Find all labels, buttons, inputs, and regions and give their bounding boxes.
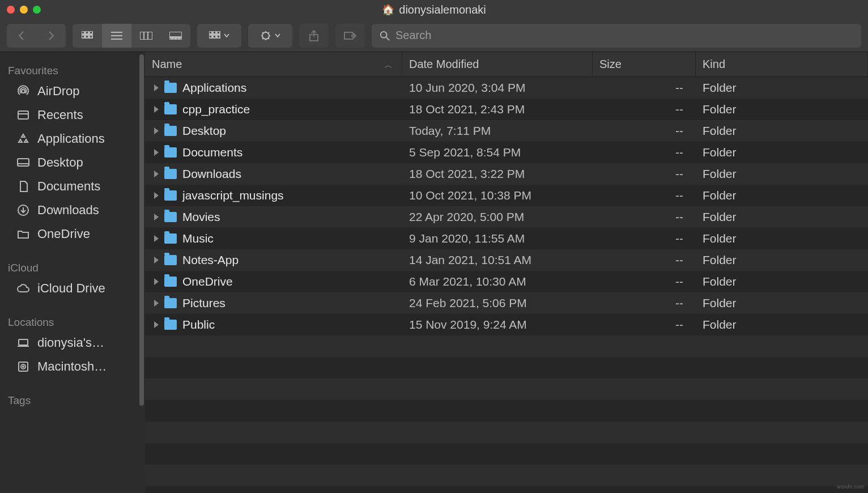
file-date: 9 Jan 2020, 11:55 AM (402, 228, 593, 249)
disclosure-triangle-icon[interactable] (154, 278, 159, 285)
svg-rect-5 (90, 35, 92, 38)
search-input[interactable] (395, 29, 853, 42)
folder-icon (16, 227, 31, 241)
file-kind: Folder (696, 163, 868, 185)
column-header-kind[interactable]: Kind (696, 52, 868, 76)
title-bar: 🏠 dionysialemonaki (0, 0, 868, 19)
file-name: javascript_musings (182, 189, 284, 202)
column-name-label: Name (152, 58, 182, 71)
file-row[interactable]: Music 9 Jan 2020, 11:55 AM -- Folder (145, 228, 868, 249)
file-row[interactable]: Pictures 24 Feb 2021, 5:06 PM -- Folder (145, 292, 868, 314)
empty-row (145, 400, 868, 422)
sidebar-item-applications[interactable]: Applications (0, 127, 145, 151)
close-window-button[interactable] (7, 6, 15, 14)
group-by-button[interactable] (197, 24, 241, 48)
column-header-name[interactable]: Name 〈 (145, 52, 402, 76)
sidebar-item-recents[interactable]: Recents (0, 103, 145, 127)
file-size: -- (593, 249, 696, 271)
disclosure-triangle-icon[interactable] (154, 192, 159, 199)
file-row[interactable]: Applications 10 Jun 2020, 3:04 PM -- Fol… (145, 77, 868, 99)
back-button[interactable] (7, 24, 36, 48)
sidebar-item-dionysia-s-[interactable]: dionysia's… (0, 331, 145, 355)
sidebar-item-macintosh-[interactable]: Macintosh… (0, 355, 145, 379)
action-menu-button[interactable] (248, 24, 292, 48)
svg-rect-12 (169, 32, 182, 37)
file-row[interactable]: Public 15 Nov 2019, 9:24 AM -- Folder (145, 314, 868, 335)
file-row[interactable]: Documents 5 Sep 2021, 8:54 PM -- Folder (145, 142, 868, 163)
svg-rect-2 (90, 31, 92, 34)
search-field[interactable] (372, 24, 861, 48)
file-size: -- (593, 77, 696, 99)
view-column-button[interactable] (131, 24, 161, 48)
view-list-button[interactable] (102, 24, 131, 48)
sidebar-scrollbar[interactable] (139, 54, 144, 406)
sidebar-section-locations: Locations (0, 312, 145, 331)
file-row[interactable]: cpp_practice 18 Oct 2021, 2:43 PM -- Fol… (145, 99, 868, 120)
file-row[interactable]: Desktop Today, 7:11 PM -- Folder (145, 120, 868, 142)
file-size: -- (593, 206, 696, 228)
svg-rect-22 (217, 35, 220, 38)
disclosure-triangle-icon[interactable] (154, 171, 159, 177)
file-date: 10 Oct 2021, 10:38 PM (402, 185, 593, 206)
column-header-size[interactable]: Size (593, 52, 696, 76)
zoom-window-button[interactable] (33, 6, 41, 14)
svg-point-37 (22, 90, 25, 93)
disclosure-triangle-icon[interactable] (154, 128, 159, 134)
file-date: 5 Sep 2021, 8:54 PM (402, 142, 593, 163)
airdrop-icon (16, 84, 31, 98)
search-icon (380, 31, 390, 41)
file-date: 6 Mar 2021, 10:30 AM (402, 271, 593, 292)
minimize-window-button[interactable] (20, 6, 28, 14)
folder-icon (164, 212, 177, 222)
sidebar-item-onedrive[interactable]: OneDrive (0, 222, 145, 246)
svg-line-30 (262, 38, 263, 39)
disclosure-triangle-icon[interactable] (154, 149, 159, 156)
documents-icon (16, 180, 31, 193)
sidebar-item-documents[interactable]: Documents (0, 175, 145, 198)
downloads-icon (16, 203, 31, 217)
sidebar-section-favourites: Favourites (0, 60, 145, 79)
sidebar-item-label: AirDrop (37, 84, 80, 99)
sidebar-item-label: OneDrive (37, 227, 90, 241)
sidebar-item-label: Applications (37, 131, 105, 146)
share-button[interactable] (299, 24, 329, 48)
view-gallery-button[interactable] (161, 24, 190, 48)
file-row[interactable]: Downloads 18 Oct 2021, 3:22 PM -- Folder (145, 163, 868, 185)
disclosure-triangle-icon[interactable] (154, 257, 159, 264)
folder-icon (164, 147, 177, 158)
disclosure-triangle-icon[interactable] (154, 235, 159, 242)
file-row[interactable]: javascript_musings 10 Oct 2021, 10:38 PM… (145, 185, 868, 206)
empty-row (145, 335, 868, 357)
empty-row (145, 357, 868, 379)
disclosure-triangle-icon[interactable] (154, 300, 159, 307)
sidebar-item-airdrop[interactable]: AirDrop (0, 79, 145, 103)
disclosure-triangle-icon[interactable] (154, 214, 159, 220)
file-row[interactable]: Movies 22 Apr 2020, 5:00 PM -- Folder (145, 206, 868, 228)
desktop-icon (16, 156, 31, 169)
file-kind: Folder (696, 77, 868, 99)
file-row[interactable]: Notes-App 14 Jan 2021, 10:51 AM -- Folde… (145, 249, 868, 271)
file-row[interactable]: OneDrive 6 Mar 2021, 10:30 AM -- Folder (145, 271, 868, 292)
file-kind: Folder (696, 314, 868, 335)
view-icon-button[interactable] (73, 24, 102, 48)
file-date: 22 Apr 2020, 5:00 PM (402, 206, 593, 228)
file-date: 10 Jun 2020, 3:04 PM (402, 77, 593, 99)
disclosure-triangle-icon[interactable] (154, 106, 159, 113)
tags-button[interactable] (335, 24, 365, 48)
file-kind: Folder (696, 142, 868, 163)
disclosure-triangle-icon[interactable] (154, 84, 159, 91)
file-size: -- (593, 314, 696, 335)
svg-rect-0 (82, 31, 84, 34)
sort-ascending-icon: 〈 (382, 61, 393, 69)
forward-button[interactable] (36, 24, 66, 48)
column-header-date[interactable]: Date Modified (402, 52, 593, 76)
file-date: 18 Oct 2021, 3:22 PM (402, 163, 593, 185)
folder-icon (164, 320, 177, 330)
disclosure-triangle-icon[interactable] (154, 321, 159, 328)
svg-rect-9 (140, 32, 152, 40)
sidebar-item-icloud-drive[interactable]: iCloud Drive (0, 277, 145, 300)
file-date: Today, 7:11 PM (402, 120, 593, 142)
sidebar-item-desktop[interactable]: Desktop (0, 151, 145, 175)
sidebar-item-downloads[interactable]: Downloads (0, 198, 145, 222)
folder-icon (164, 298, 177, 308)
